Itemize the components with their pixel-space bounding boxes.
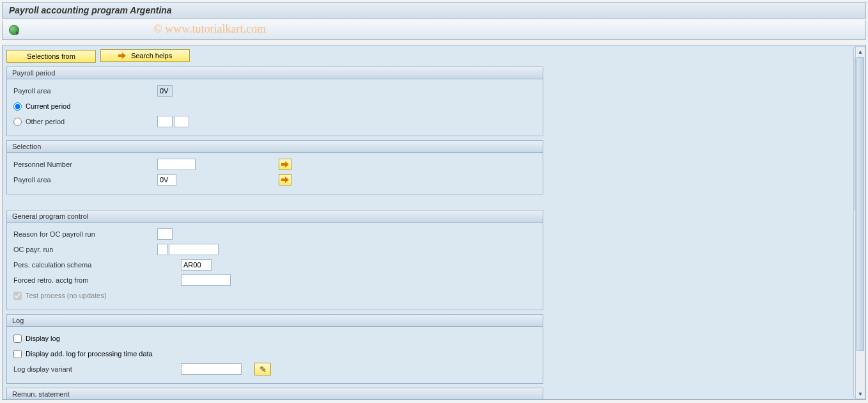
arrow-right-icon — [118, 52, 126, 59]
label-forced-retro: Forced retro. acctg from — [13, 276, 181, 284]
other-period-input-2[interactable] — [174, 116, 189, 127]
selections-from-button[interactable]: Selections from — [6, 50, 96, 63]
label-log-display-variant: Log display variant — [13, 365, 181, 373]
radio-current-period-label: Current period — [26, 102, 70, 110]
radio-other-period[interactable]: Other period — [13, 118, 157, 126]
pers-calc-schema-input[interactable] — [181, 259, 212, 271]
group-header-selection: Selection — [7, 141, 543, 153]
radio-current-period[interactable]: Current period — [13, 102, 70, 111]
checkbox-test-process-label: Test process (no updates) — [26, 292, 107, 299]
execute-icon[interactable] — [9, 25, 19, 35]
value-payroll-area[interactable]: 0V — [157, 85, 173, 97]
search-helps-button[interactable]: Search helps — [100, 49, 190, 62]
pencil-icon: ✎ — [260, 365, 267, 374]
arrow-right-icon — [281, 161, 289, 168]
group-header-remun: Remun. statement — [7, 388, 543, 400]
scroll-thumb[interactable] — [856, 57, 864, 351]
oc-payr-run-input-2[interactable] — [169, 244, 219, 255]
radio-other-period-input[interactable] — [13, 118, 22, 126]
radio-current-period-input[interactable] — [13, 102, 22, 111]
checkbox-test-process-input — [13, 292, 22, 300]
toolbar-buttons-row: Selections from Search helps — [6, 49, 543, 63]
outer-scrollbar[interactable]: ▲ ▼ — [855, 46, 865, 399]
scroll-up-icon[interactable]: ▲ — [856, 47, 865, 56]
group-payroll-period: Payroll period Payroll area 0V Current p… — [6, 67, 543, 136]
log-display-variant-input[interactable] — [181, 363, 242, 375]
reason-oc-input[interactable] — [157, 228, 173, 240]
group-header-log: Log — [7, 315, 543, 327]
label-oc-payr-run: OC payr. run — [13, 246, 157, 253]
checkbox-display-log[interactable]: Display log — [13, 335, 60, 343]
group-selection: Selection Personnel Number Payroll area — [6, 140, 543, 194]
personnel-number-more-button[interactable] — [279, 159, 291, 170]
checkbox-display-add-log-label: Display add. log for processing time dat… — [26, 350, 153, 358]
group-log: Log Display log Display add. log for pro… — [6, 314, 543, 384]
group-general-program-control: General program control Reason for OC pa… — [6, 210, 543, 310]
payroll-area-more-button[interactable] — [279, 174, 291, 186]
radio-other-period-label: Other period — [26, 118, 65, 125]
forced-retro-input[interactable] — [181, 274, 231, 286]
checkbox-display-add-log-input[interactable] — [13, 350, 22, 358]
content-area: Selections from Search helps Payroll per… — [2, 45, 866, 400]
group-header-gpc: General program control — [7, 210, 543, 223]
personnel-number-input[interactable] — [157, 159, 196, 170]
payroll-area-sel-input[interactable] — [157, 174, 176, 186]
application-toolbar — [2, 20, 866, 40]
checkbox-display-add-log[interactable]: Display add. log for processing time dat… — [13, 350, 153, 358]
log-variant-edit-button[interactable]: ✎ — [254, 363, 271, 375]
label-payroll-area-sel: Payroll area — [13, 176, 157, 184]
page-title-text: Payroll accounting program Argentina — [9, 5, 172, 15]
group-remun-statement: Remun. statement Remun. statem. display … — [6, 388, 543, 400]
other-period-input-1[interactable] — [157, 116, 173, 127]
label-pers-calc-schema: Pers. calculation schema — [13, 261, 181, 269]
oc-payr-run-input-1[interactable] — [157, 244, 167, 255]
label-reason-oc: Reason for OC payroll run — [13, 230, 157, 238]
scroll-down-icon[interactable]: ▼ — [856, 389, 865, 399]
arrow-right-icon — [281, 177, 289, 183]
search-helps-label: Search helps — [131, 52, 172, 59]
page-title: Payroll accounting program Argentina — [2, 2, 866, 19]
label-personnel-number: Personnel Number — [13, 161, 157, 168]
checkbox-test-process: Test process (no updates) — [13, 292, 107, 300]
checkbox-display-log-input[interactable] — [13, 335, 22, 343]
selections-from-label: Selections from — [27, 52, 75, 60]
group-header-payroll-period: Payroll period — [7, 67, 543, 79]
checkbox-display-log-label: Display log — [26, 335, 60, 342]
label-payroll-area: Payroll area — [13, 87, 157, 95]
